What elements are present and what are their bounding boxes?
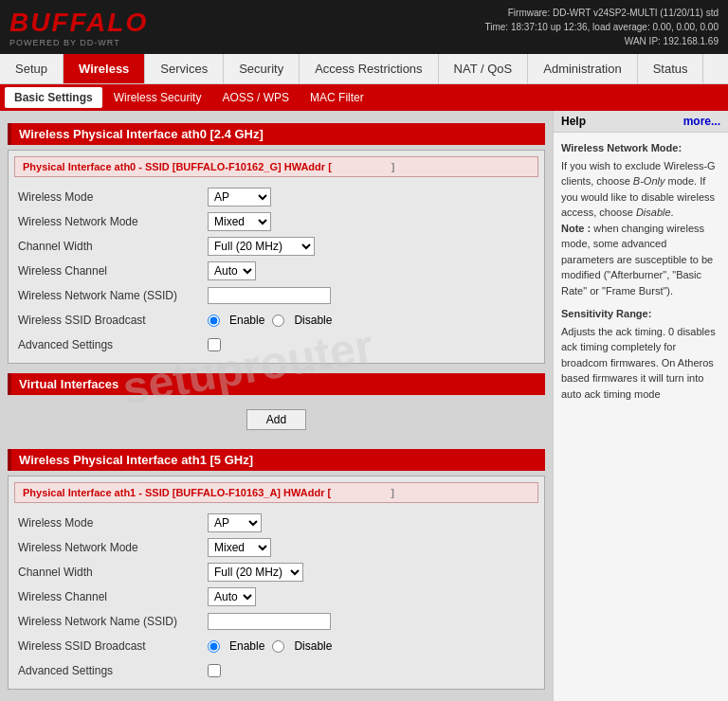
wireless-channel-label-ath0: Wireless Channel [18, 264, 208, 278]
virtual-interfaces-header: Virtual Interfaces [8, 373, 545, 395]
channel-width-control-ath1: Full (20 MHz) Half (10 MHz) [208, 563, 303, 582]
wireless-channel-select-ath0[interactable]: Auto 1 6 11 [208, 261, 256, 280]
firmware-line1: Firmware: DD-WRT v24SP2-MULTI (11/20/11)… [485, 6, 719, 20]
navbar: SetupWirelessServicesSecurityAccess Rest… [0, 54, 728, 84]
network-mode-select-ath0[interactable]: Mixed B-Only G-Only Disable [208, 212, 271, 231]
ssid-broadcast-enable-radio-ath0[interactable] [208, 315, 220, 327]
advanced-settings-row-ath0: Advanced Settings [9, 333, 544, 357]
subnav-item-mac-filter[interactable]: MAC Filter [300, 87, 373, 108]
wireless-channel-select-ath1[interactable]: Auto 36 40 [208, 587, 256, 606]
ssid-broadcast-disable-label-ath0: Disable [294, 314, 332, 327]
logo-area: BUFFALO POWERED BY DD-WRT [9, 8, 148, 47]
logo-sub: POWERED BY DD-WRT [9, 38, 148, 47]
firmware-line3: WAN IP: 192.168.1.69 [485, 34, 719, 48]
subnav-item-basic-settings[interactable]: Basic Settings [5, 87, 102, 108]
subnav-item-wireless-security[interactable]: Wireless Security [104, 87, 211, 108]
network-mode-label-ath1: Wireless Network Mode [18, 541, 208, 554]
channel-width-select-ath0[interactable]: Full (20 MHz) Half (10 MHz) Quarter (5 M… [208, 237, 315, 256]
nav-item-services[interactable]: Services [145, 54, 224, 83]
advanced-settings-control-ath0 [208, 338, 221, 351]
nav-item-security[interactable]: Security [224, 54, 300, 83]
add-button[interactable]: Add [246, 409, 306, 430]
subnav: Basic SettingsWireless SecurityAOSS / WP… [0, 84, 728, 111]
help-section1-title: Wireless Network Mode: [561, 140, 720, 156]
wireless-mode-row-ath1: Wireless Mode AP Client [9, 511, 544, 535]
help-title: Help [561, 115, 586, 128]
network-mode-control-ath1: Mixed A-Only N-Only Disable [208, 538, 271, 557]
ssid-broadcast-enable-label-ath0: Enable [229, 314, 264, 327]
network-mode-control-ath0: Mixed B-Only G-Only Disable [208, 212, 271, 231]
channel-width-control-ath0: Full (20 MHz) Half (10 MHz) Quarter (5 M… [208, 237, 315, 256]
ssid-broadcast-disable-label-ath1: Disable [294, 639, 332, 653]
wireless-channel-label-ath1: Wireless Channel [18, 590, 208, 603]
firmware-line2: Time: 18:37:10 up 12:36, load average: 0… [485, 20, 719, 34]
advanced-settings-control-ath1 [208, 664, 221, 677]
help-more-link[interactable]: more... [683, 115, 720, 128]
nav-item-access-restrictions[interactable]: Access Restrictions [300, 54, 438, 83]
ssid-broadcast-row-ath0: Wireless SSID Broadcast Enable Disable [9, 308, 544, 333]
ssid-row-ath1: Wireless Network Name (SSID) [9, 609, 544, 634]
help-section1-text: If you wish to exclude Wireless-G client… [561, 158, 720, 299]
help-section2-title: Sensitivity Range: [561, 306, 720, 322]
wireless-mode-select-ath0[interactable]: AP Client Ad-Hoc [208, 188, 271, 207]
advanced-settings-checkbox-ath0[interactable] [208, 338, 221, 351]
nav-item-status[interactable]: Status [638, 54, 704, 83]
content-wrapper: setuprouter Wireless Physical Interface … [8, 123, 545, 690]
ath0-section-header: Wireless Physical Interface ath0 [2.4 GH… [8, 123, 545, 145]
network-mode-row-ath0: Wireless Network Mode Mixed B-Only G-Onl… [9, 209, 544, 234]
nav-item-wireless[interactable]: Wireless [64, 54, 145, 83]
advanced-settings-row-ath1: Advanced Settings [9, 658, 544, 683]
wireless-mode-select-ath1[interactable]: AP Client [208, 513, 262, 532]
ssid-input-ath0[interactable] [208, 287, 331, 304]
ssid-broadcast-disable-radio-ath0[interactable] [272, 315, 284, 327]
help-header: Help more... [554, 111, 728, 133]
ssid-broadcast-control-ath0: Enable Disable [208, 314, 332, 327]
help-section2-text: Adjusts the ack timing. 0 disables ack t… [561, 324, 720, 403]
firmware-info: Firmware: DD-WRT v24SP2-MULTI (11/20/11)… [485, 6, 719, 48]
subnav-item-aoss--wps[interactable]: AOSS / WPS [212, 87, 299, 108]
add-button-row: Add [8, 400, 545, 440]
nav-item-administration[interactable]: Administration [528, 54, 637, 83]
channel-width-select-ath1[interactable]: Full (20 MHz) Half (10 MHz) [208, 563, 303, 582]
ath0-iface-header: Physical Interface ath0 - SSID [BUFFALO-… [14, 156, 538, 177]
wireless-mode-label-ath1: Wireless Mode [18, 516, 208, 530]
ssid-label-ath0: Wireless Network Name (SSID) [18, 289, 208, 302]
ath0-section: Wireless Physical Interface ath0 [2.4 GH… [8, 123, 545, 364]
ssid-label-ath1: Wireless Network Name (SSID) [18, 615, 208, 628]
main-layout: setuprouter Wireless Physical Interface … [0, 111, 728, 701]
page-header: BUFFALO POWERED BY DD-WRT Firmware: DD-W… [0, 0, 728, 54]
channel-width-label-ath1: Channel Width [18, 566, 208, 579]
network-mode-label-ath0: Wireless Network Mode [18, 215, 208, 228]
channel-width-label-ath0: Channel Width [18, 240, 208, 253]
wireless-channel-row-ath0: Wireless Channel Auto 1 6 11 [9, 259, 544, 283]
content-area: setuprouter Wireless Physical Interface … [0, 111, 553, 701]
wireless-mode-label-ath0: Wireless Mode [18, 190, 208, 204]
nav-item-setup[interactable]: Setup [0, 54, 64, 83]
ssid-broadcast-control-ath1: Enable Disable [208, 639, 332, 653]
ssid-broadcast-enable-radio-ath1[interactable] [208, 640, 220, 653]
virtual-interfaces-section: Virtual Interfaces Add [8, 373, 545, 440]
advanced-settings-label-ath1: Advanced Settings [18, 664, 208, 677]
ssid-control-ath1 [208, 613, 331, 630]
advanced-settings-label-ath0: Advanced Settings [18, 338, 208, 351]
network-mode-row-ath1: Wireless Network Mode Mixed A-Only N-Onl… [9, 535, 544, 560]
wireless-mode-control-ath1: AP Client [208, 513, 262, 532]
advanced-settings-checkbox-ath1[interactable] [208, 664, 221, 677]
nav-item-nat--qos[interactable]: NAT / QoS [439, 54, 529, 83]
ssid-broadcast-label-ath1: Wireless SSID Broadcast [18, 639, 208, 653]
ath1-interface-box: Physical Interface ath1 - SSID [BUFFALO-… [8, 476, 545, 690]
wireless-channel-control-ath0: Auto 1 6 11 [208, 261, 256, 280]
ssid-input-ath1[interactable] [208, 613, 331, 630]
ssid-broadcast-row-ath1: Wireless SSID Broadcast Enable Disable [9, 634, 544, 658]
ath1-iface-header: Physical Interface ath1 - SSID [BUFFALO-… [14, 482, 538, 503]
help-content: Wireless Network Mode: If you wish to ex… [554, 133, 728, 409]
network-mode-select-ath1[interactable]: Mixed A-Only N-Only Disable [208, 538, 271, 557]
ath1-section-header: Wireless Physical Interface ath1 [5 GHz] [8, 449, 545, 471]
channel-width-row-ath1: Channel Width Full (20 MHz) Half (10 MHz… [9, 560, 544, 584]
help-panel: Help more... Wireless Network Mode: If y… [553, 111, 728, 701]
wireless-channel-control-ath1: Auto 36 40 [208, 587, 256, 606]
ath0-interface-box: Physical Interface ath0 - SSID [BUFFALO-… [8, 150, 545, 364]
wireless-channel-row-ath1: Wireless Channel Auto 36 40 [9, 584, 544, 609]
ssid-broadcast-disable-radio-ath1[interactable] [272, 640, 284, 653]
ssid-row-ath0: Wireless Network Name (SSID) [9, 283, 544, 308]
